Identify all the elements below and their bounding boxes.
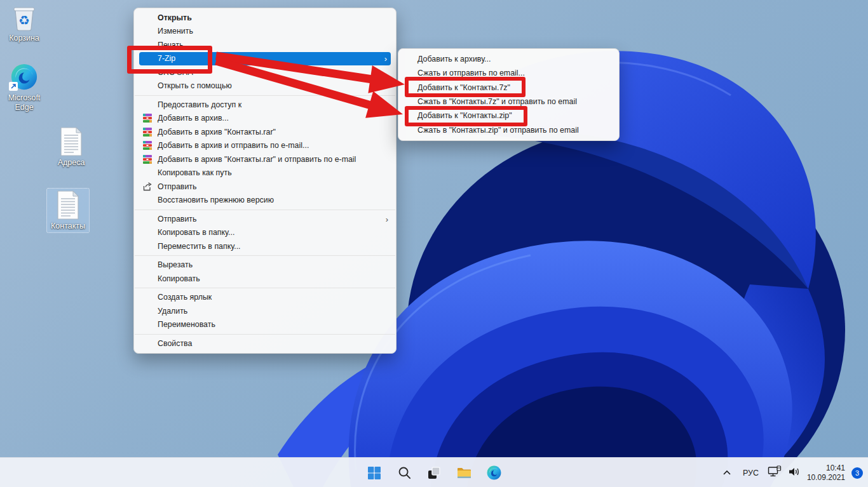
submenu-arrow-icon: › (384, 55, 387, 63)
volume-icon[interactable] (788, 466, 801, 480)
language-indicator[interactable]: РУС (740, 469, 761, 477)
menu-item-properties[interactable]: Свойства (134, 337, 396, 350)
svg-text:♻: ♻ (18, 13, 30, 27)
menu-item-delete[interactable]: Удалить (134, 304, 396, 318)
menu-item-copy-as-path[interactable]: Копировать как путь (134, 166, 396, 180)
desktop-icon-microsoft-edge[interactable]: Microsoft Edge (3, 62, 45, 112)
desktop-icon-label: Контакты (51, 222, 85, 231)
menu-separator (135, 334, 395, 335)
task-view-icon (426, 465, 442, 481)
context-menu: Открыть Изменить Печать 7-Zip› CRC SHA О… (133, 8, 397, 354)
menu-item-open[interactable]: Открыть (134, 11, 396, 25)
menu-item-winrar-add[interactable]: Добавить в архив... (134, 112, 396, 126)
menu-item-rename[interactable]: Переименовать (134, 318, 396, 332)
desktop: ♻ Корзина Microsoft Edge (0, 0, 868, 487)
search-button[interactable] (395, 464, 413, 482)
menu-item-share[interactable]: Отправить (134, 180, 396, 194)
menu-item-winrar-add-email[interactable]: Добавить в архив и отправить по e-mail..… (134, 139, 396, 153)
menu-item-copy[interactable]: Копировать (134, 272, 396, 286)
text-document-icon (57, 190, 79, 220)
share-icon (142, 182, 153, 192)
submenu-item-compress-zip-email[interactable]: Сжать в "Контакты.zip" и отправить по em… (398, 123, 619, 137)
submenu-item-add-to-7z[interactable]: Добавить к "Контакты.7z" (398, 81, 619, 95)
folder-icon (456, 465, 472, 481)
text-document-icon (60, 127, 83, 156)
winrar-icon (142, 113, 153, 123)
menu-item-create-shortcut[interactable]: Создать ярлык (134, 291, 396, 305)
menu-item-crc-sha[interactable]: CRC SHA (134, 65, 396, 79)
menu-item-move-to-folder[interactable]: Переместить в папку... (134, 239, 396, 253)
clock-date: 10.09.2021 (807, 473, 845, 483)
desktop-icon-label: Корзина (9, 34, 39, 43)
edge-icon (10, 62, 39, 91)
desktop-icon-adresa[interactable]: Адреса (50, 127, 92, 168)
network-icon[interactable] (768, 465, 782, 481)
windows-logo-icon (367, 465, 382, 481)
menu-item-winrar-add-named-email[interactable]: Добавить в архив "Контакты.rar" и отправ… (134, 152, 396, 166)
menu-item-winrar-add-named[interactable]: Добавить в архив "Контакты.rar" (134, 125, 396, 139)
submenu-item-compress-7z-email[interactable]: Сжать в "Контакты.7z" и отправить по ema… (398, 95, 619, 109)
submenu-arrow-icon: › (386, 215, 388, 223)
menu-separator (135, 288, 395, 288)
desktop-icon-label: Microsoft Edge (3, 93, 45, 112)
edge-button[interactable] (485, 464, 503, 482)
menu-item-7zip[interactable]: 7-Zip› (139, 52, 391, 66)
edge-icon (486, 465, 502, 481)
menu-item-print[interactable]: Печать (134, 38, 396, 52)
submenu-item-add-to-zip[interactable]: Добавить к "Контакты.zip" (398, 109, 619, 123)
winrar-icon (142, 154, 153, 164)
submenu-item-compress-email[interactable]: Сжать и отправить по email... (398, 66, 619, 80)
menu-separator (135, 255, 395, 256)
task-view-button[interactable] (425, 464, 443, 482)
tray-chevron-button[interactable] (720, 464, 734, 482)
clock-time: 10:41 (807, 464, 845, 473)
menu-separator (135, 210, 395, 210)
menu-item-open-with[interactable]: Открыть с помощью (134, 79, 396, 93)
clock[interactable]: 10:41 10.09.2021 (807, 464, 845, 483)
menu-item-edit[interactable]: Изменить (134, 25, 396, 39)
desktop-icon-label: Адреса (58, 158, 85, 168)
menu-item-restore-previous[interactable]: Восстановить прежнюю версию (134, 194, 396, 208)
7zip-submenu: Добавить к архиву... Сжать и отправить п… (398, 48, 620, 141)
submenu-item-add-to-archive[interactable]: Добавить к архиву... (398, 52, 619, 66)
menu-item-send-to[interactable]: Отправить› (134, 212, 396, 226)
desktop-icon-recycle-bin[interactable]: ♻ Корзина (3, 5, 45, 43)
taskbar: РУС 10:41 10.0 (0, 457, 868, 487)
menu-item-copy-to-folder[interactable]: Копировать в папку... (134, 226, 396, 240)
winrar-icon (142, 140, 153, 150)
file-explorer-button[interactable] (455, 464, 473, 482)
start-button[interactable] (365, 464, 383, 482)
winrar-icon (142, 127, 153, 137)
menu-item-give-access[interactable]: Предоставить доступ к (134, 98, 396, 112)
menu-separator (135, 95, 395, 96)
notification-badge[interactable]: 3 (851, 467, 863, 479)
chevron-up-icon (722, 470, 731, 476)
desktop-icon-kontakty[interactable]: Контакты (47, 189, 89, 232)
menu-item-cut[interactable]: Вырезать (134, 258, 396, 272)
search-icon (397, 465, 412, 480)
shortcut-arrow-icon (9, 82, 18, 91)
recycle-bin-icon: ♻ (11, 5, 37, 32)
